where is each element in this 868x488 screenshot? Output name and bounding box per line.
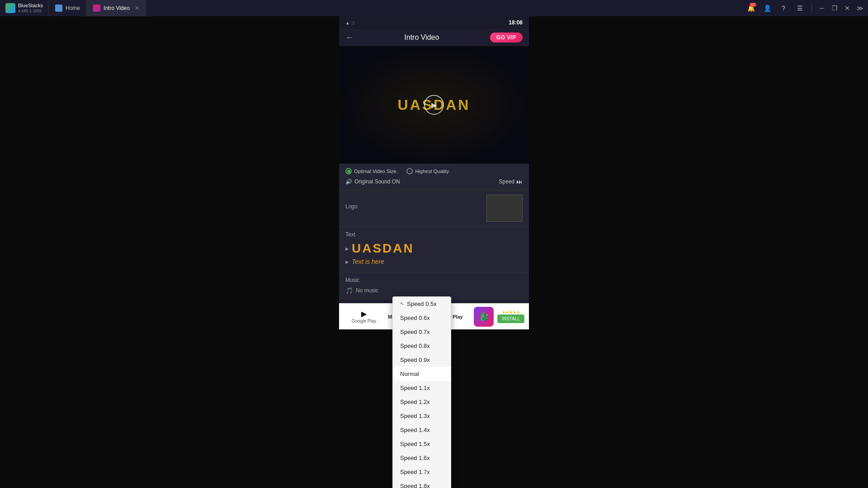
music-label: Music (345, 277, 523, 283)
warning-icon: ▲ (345, 20, 350, 25)
speed-normal-item[interactable]: Normal (393, 367, 451, 381)
sub-text-row: ▶ Text is here (345, 258, 523, 265)
home-tab-label: Home (66, 5, 80, 11)
google-play-logo: ▶ Google Play (344, 308, 384, 325)
sub-text: Text is here (352, 258, 384, 265)
optimal-quality-label: Optimal Video Size. (354, 169, 397, 174)
taskbar-right: 🔔 17 👤 ? ☰ ─ ❐ ✕ ≫ (745, 2, 868, 14)
speed-17x-item[interactable]: Speed 1.7x (393, 465, 451, 479)
highest-quality-option[interactable]: Highest Quality. (406, 168, 450, 174)
speed-08x-label: Speed 0.8x (400, 343, 430, 349)
quality-row: Optimal Video Size. Highest Quality. (345, 168, 523, 174)
speed-12x-label: Speed 1.2x (400, 399, 430, 405)
bluestacks-name: BlueStacks 4.280.1.1002 (18, 3, 43, 14)
speed-12x-item[interactable]: Speed 1.2x (393, 395, 451, 409)
speed-button[interactable]: Speed ⏭ (499, 178, 523, 185)
app-title: Intro Video (358, 33, 486, 42)
status-icons: ▲ □ (345, 20, 354, 25)
sound-label: 🔊 Original Sound ON (345, 178, 400, 185)
speed-07x-item[interactable]: Speed 0.7x (393, 325, 451, 339)
speed-05x-item[interactable]: ↖ Speed 0.5x (393, 297, 451, 311)
speed-05x-label: Speed 0.5x (407, 300, 437, 307)
logo-section: Logo (339, 190, 529, 226)
play-button[interactable]: ▶ (424, 95, 444, 115)
speed-06x-label: Speed 0.6x (400, 314, 430, 321)
main-text: UASDAN (352, 241, 414, 256)
home-tab-icon (55, 5, 62, 12)
tab-home[interactable]: Home (49, 0, 87, 16)
tab-intro-video[interactable]: Intro Video ✕ (87, 0, 146, 16)
status-bar: ▲ □ 18:08 (339, 16, 529, 29)
cursor-icon: ↖ (400, 301, 404, 307)
main-text-row: ▶ UASDAN (345, 241, 523, 256)
intro-video-tab-icon (93, 5, 100, 12)
text-section: Text ▶ UASDAN ▶ Text is here (339, 226, 529, 272)
speed-dropdown: ↖ Speed 0.5x Speed 0.6x Speed 0.7x Speed… (392, 296, 451, 488)
speed-15x-item[interactable]: Speed 1.5x (393, 437, 451, 451)
speed-08x-item[interactable]: Speed 0.8x (393, 339, 451, 353)
bluestacks-logo: BlueStacks 4.280.1.1002 (0, 0, 49, 16)
stars: ★★★★★ (502, 310, 520, 314)
play-icon: ▶ (431, 101, 437, 109)
sound-speed-row: 🔊 Original Sound ON Speed ⏭ (345, 178, 523, 185)
menu-btn[interactable]: ☰ (793, 2, 806, 14)
speed-16x-item[interactable]: Speed 1.6x (393, 451, 451, 465)
text-section-label: Text (345, 231, 523, 238)
speed-label: Speed (499, 178, 514, 185)
close-tab-btn[interactable]: ✕ (135, 5, 139, 11)
music-section: Music 🎵 No music (339, 272, 529, 299)
controls-area: Optimal Video Size. Highest Quality. 🔊 O… (339, 164, 529, 190)
speed-18x-item[interactable]: Speed 1.8x (393, 479, 451, 488)
highest-radio[interactable] (406, 168, 413, 174)
sound-text: Original Sound ON (354, 178, 400, 185)
logo-label: Logo (345, 203, 358, 210)
speed-18x-label: Speed 1.8x (400, 483, 430, 488)
speed-07x-label: Speed 0.7x (400, 328, 430, 335)
expand-btn[interactable]: ≫ (855, 4, 864, 13)
speed-icon: ⏭ (516, 178, 523, 185)
sub-text-arrow: ▶ (345, 259, 349, 264)
speed-13x-label: Speed 1.3x (400, 413, 430, 419)
highest-quality-label: Highest Quality. (415, 169, 450, 174)
speed-09x-item[interactable]: Speed 0.9x (393, 353, 451, 367)
minimize-btn[interactable]: ─ (817, 4, 826, 13)
speed-14x-item[interactable]: Speed 1.4x (393, 423, 451, 437)
phone-container: ▲ □ 18:08 ← Intro Video GO VIP UASDAN ▶ (339, 16, 529, 329)
help-btn[interactable]: ? (777, 2, 790, 14)
app-header: ← Intro Video GO VIP (339, 29, 529, 46)
speed-11x-item[interactable]: Speed 1.1x (393, 381, 451, 395)
main-area: ▲ □ 18:08 ← Intro Video GO VIP UASDAN ▶ (0, 16, 868, 488)
ad-game-icon: 🐉 (474, 307, 494, 327)
optimal-quality-option[interactable]: Optimal Video Size. (345, 168, 397, 174)
video-preview: UASDAN ▶ (339, 46, 529, 164)
speed-11x-label: Speed 1.1x (400, 385, 430, 391)
speed-16x-label: Speed 1.6x (400, 455, 430, 461)
speed-09x-label: Speed 0.9x (400, 357, 430, 363)
speed-15x-label: Speed 1.5x (400, 441, 430, 447)
status-time: 18:08 (509, 19, 523, 26)
speed-13x-item[interactable]: Speed 1.3x (393, 409, 451, 423)
music-note-icon: 🎵 (345, 287, 353, 294)
install-button[interactable]: INSTALL (497, 314, 524, 323)
vip-button[interactable]: GO VIP (490, 33, 523, 42)
back-button[interactable]: ← (345, 33, 354, 42)
google-play-text: Google Play (352, 318, 376, 324)
main-text-arrow: ▶ (345, 246, 349, 251)
speed-06x-item[interactable]: Speed 0.6x (393, 311, 451, 325)
optimal-radio[interactable] (345, 168, 352, 174)
ad-rating: ★★★★★ INSTALL (497, 310, 524, 323)
radio-inner (347, 170, 350, 173)
restore-btn[interactable]: ❐ (830, 4, 839, 13)
speed-14x-label: Speed 1.4x (400, 427, 430, 433)
bluestacks-icon (5, 3, 15, 13)
square-icon: □ (352, 20, 354, 25)
notification-btn[interactable]: 🔔 17 (745, 2, 757, 14)
speaker-icon: 🔊 (345, 178, 352, 185)
speed-17x-label: Speed 1.7x (400, 469, 430, 475)
speed-normal-label: Normal (400, 371, 419, 377)
intro-video-tab-label: Intro Video (104, 5, 130, 11)
account-btn[interactable]: 👤 (761, 2, 774, 14)
taskbar: BlueStacks 4.280.1.1002 Home Intro Video… (0, 0, 868, 16)
logo-preview[interactable] (486, 195, 523, 222)
close-btn[interactable]: ✕ (843, 4, 852, 13)
